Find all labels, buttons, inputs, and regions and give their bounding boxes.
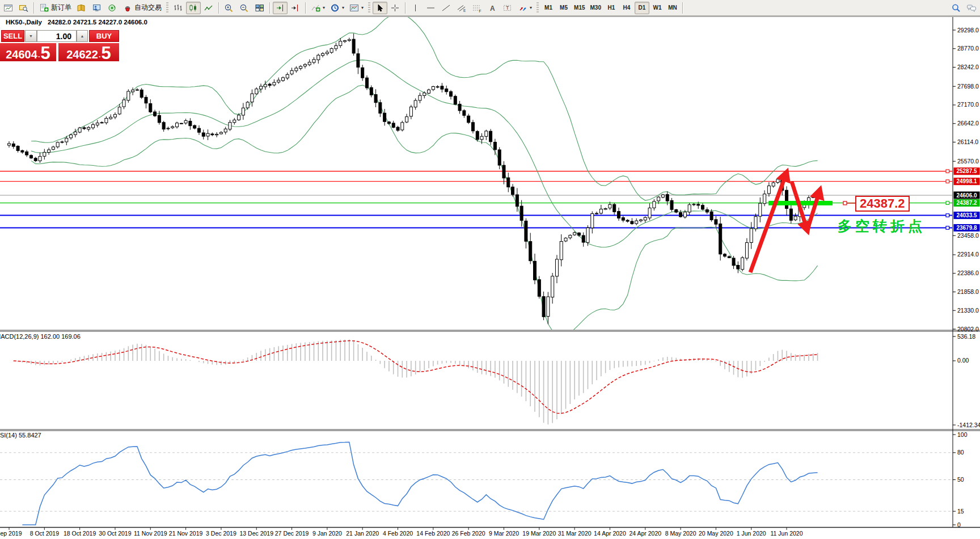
svg-text:23458.0: 23458.0	[957, 232, 979, 239]
metaeditor-button[interactable]	[74, 2, 89, 14]
svg-text:27170.0: 27170.0	[957, 101, 979, 108]
svg-text:30 Oct 2019: 30 Oct 2019	[99, 530, 131, 537]
trendline-button[interactable]	[439, 2, 454, 14]
chart-shift-button[interactable]	[288, 2, 303, 14]
new-chart-button[interactable]	[1, 2, 16, 14]
toolbar-separator	[305, 2, 306, 14]
new-order-label: 新订单	[51, 3, 71, 12]
strategy-tester-icon	[92, 3, 102, 12]
svg-text:24 Apr 2020: 24 Apr 2020	[629, 530, 661, 537]
volume-input[interactable]	[37, 30, 77, 42]
zoom-in-button[interactable]	[222, 2, 236, 14]
price-note-box[interactable]: 24387.2	[855, 196, 910, 212]
svg-text:14 Feb 2020: 14 Feb 2020	[416, 530, 450, 537]
turning-point-text[interactable]: 多空转折点	[838, 217, 926, 235]
timeframe-h4-button[interactable]: H4	[619, 2, 634, 14]
vertical-line-icon	[411, 3, 421, 12]
candlestick-button[interactable]	[186, 2, 201, 14]
alerts-button[interactable]	[105, 2, 120, 14]
timeframe-h1-button[interactable]: H1	[604, 2, 619, 14]
svg-text:25287.5: 25287.5	[956, 168, 977, 174]
svg-text:13 Dec 2019: 13 Dec 2019	[239, 530, 273, 537]
volume-increase-button[interactable]: ▲	[77, 30, 88, 42]
timeframe-m15-button[interactable]: M15	[572, 2, 587, 14]
fibonacci-button[interactable]: F	[470, 2, 484, 14]
svg-text:27 Dec 2019: 27 Dec 2019	[275, 530, 309, 537]
volume-decrease-button[interactable]: ▼	[25, 30, 37, 42]
svg-text:E: E	[463, 9, 466, 12]
sell-price-frac: 5	[41, 46, 50, 60]
zoom-out-icon	[239, 3, 250, 12]
fibonacci-icon: F	[472, 3, 482, 12]
timeframe-d1-button[interactable]: D1	[635, 2, 649, 14]
indicators-button[interactable]: ▾	[309, 2, 327, 14]
profiles-button[interactable]	[16, 2, 31, 14]
sell-button[interactable]: SELL	[1, 30, 24, 42]
svg-text:24606.0: 24606.0	[956, 192, 977, 199]
chart-surface[interactable]	[0, 17, 953, 330]
svg-text:27698.0: 27698.0	[957, 83, 979, 90]
new-order-button[interactable]: 新订单	[37, 2, 74, 14]
horizontal-line-icon	[426, 3, 436, 12]
zoom-out-button[interactable]	[237, 2, 252, 14]
text-button[interactable]: A	[485, 2, 500, 14]
horizontal-line-button[interactable]	[424, 2, 438, 14]
buy-price-box[interactable]: 24622.5	[58, 43, 119, 61]
indicators-icon	[311, 3, 321, 12]
svg-text:21 Nov 2019: 21 Nov 2019	[169, 530, 203, 537]
zoom-in-icon	[224, 3, 234, 12]
autotrading-icon	[122, 3, 133, 12]
sell-price-box[interactable]: 24604.5	[0, 43, 56, 61]
svg-text:23679.8: 23679.8	[956, 225, 977, 231]
arrows-button[interactable]: ▾	[516, 2, 534, 14]
trendline-icon	[441, 3, 451, 12]
timeframe-m5-button[interactable]: M5	[556, 2, 571, 14]
cursor-icon	[375, 3, 385, 12]
svg-text:8 May 2020: 8 May 2020	[665, 530, 696, 537]
svg-text:9 Jan 2020: 9 Jan 2020	[312, 530, 342, 537]
channel-button[interactable]: E	[454, 2, 469, 14]
tile-windows-button[interactable]	[252, 2, 267, 14]
chart-canvas[interactable]: 29298.028770.028242.027698.027170.026642…	[0, 0, 980, 539]
templates-button[interactable]: ▾	[347, 2, 366, 14]
autotrading-button[interactable]: 自动交易	[120, 2, 164, 14]
crosshair-button[interactable]	[388, 2, 403, 14]
buy-price-main: 24622	[66, 49, 98, 60]
svg-text:14 Apr 2020: 14 Apr 2020	[594, 530, 626, 537]
svg-text:21 Jan 2020: 21 Jan 2020	[346, 530, 379, 537]
buy-button[interactable]: BUY	[89, 30, 119, 42]
symbol-period-label: HK50-,Daily	[6, 19, 42, 26]
svg-text:21858.0: 21858.0	[957, 288, 979, 295]
svg-text:11 Nov 2019: 11 Nov 2019	[134, 530, 167, 537]
toolbar: 新订单自动交易▾▾▾EFAT▾M1M5M15M30H1H4D1W1MN	[0, 0, 980, 16]
svg-text:T: T	[506, 5, 509, 11]
chart-shift-icon	[290, 3, 301, 12]
timeframe-m1-button[interactable]: M1	[541, 2, 556, 14]
vertical-line-button[interactable]	[408, 2, 423, 14]
svg-text:536.18: 536.18	[957, 333, 975, 340]
ohlc-values: 24282.0 24721.5 24227.0 24606.0	[48, 19, 147, 26]
new-chart-icon	[3, 3, 14, 12]
rsi-name: RSI(14)	[0, 432, 17, 439]
search-button[interactable]	[949, 2, 964, 14]
cursor-button[interactable]	[373, 2, 387, 14]
line-chart-button[interactable]	[201, 2, 216, 14]
bar-chart-button[interactable]	[171, 2, 185, 14]
label-button[interactable]: T	[500, 2, 515, 14]
auto-scroll-button[interactable]	[273, 2, 288, 14]
tile-windows-icon	[255, 3, 265, 12]
rsi-label: RSI(14) 55.8427	[0, 432, 41, 439]
svg-text:4 Feb 2020: 4 Feb 2020	[383, 530, 413, 537]
timeframe-w1-button[interactable]: W1	[650, 2, 665, 14]
timeframe-mn-button[interactable]: MN	[665, 2, 680, 14]
svg-text:26642.0: 26642.0	[957, 120, 979, 127]
strategy-tester-button[interactable]	[90, 2, 104, 14]
chat-button[interactable]	[964, 2, 979, 14]
svg-text:31 Mar 2020: 31 Mar 2020	[558, 530, 592, 537]
timeframe-m30-button[interactable]: M30	[588, 2, 603, 14]
arrows-icon	[518, 3, 528, 12]
templates-icon	[349, 3, 360, 12]
svg-text:A: A	[490, 4, 495, 12]
periods-button[interactable]: ▾	[328, 2, 347, 14]
svg-text:18 Oct 2019: 18 Oct 2019	[64, 530, 96, 537]
